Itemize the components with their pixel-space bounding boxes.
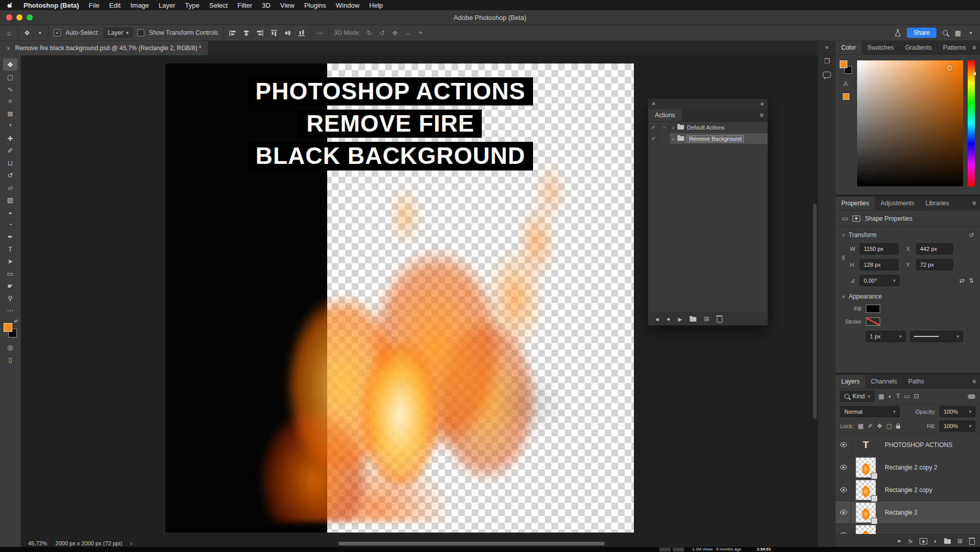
hue-slider-marker[interactable] bbox=[973, 72, 976, 76]
more-align-options-icon[interactable]: ⋯ bbox=[316, 29, 324, 37]
stroke-color-swatch[interactable] bbox=[866, 317, 880, 326]
transform-section-title[interactable]: ∨ Transform ↺ bbox=[842, 231, 974, 239]
close-window-button[interactable] bbox=[6, 14, 12, 20]
layer-visibility-toggle[interactable] bbox=[836, 434, 851, 456]
workspace-grid-icon[interactable]: ▦ bbox=[954, 29, 962, 37]
auto-select-dropdown[interactable]: Layer ▾ bbox=[103, 28, 133, 38]
apple-menu-icon[interactable] bbox=[7, 2, 14, 9]
play-action-icon[interactable]: ▶ bbox=[678, 316, 682, 322]
comments-panel-icon[interactable] bbox=[823, 72, 831, 78]
crop-tool[interactable]: ⌗ bbox=[3, 95, 17, 108]
marquee-tool[interactable]: ▢ bbox=[3, 71, 17, 83]
zoom-level[interactable]: 45,72% bbox=[28, 540, 47, 546]
panel-menu-icon[interactable]: ≡ bbox=[760, 112, 768, 119]
align-top-icon[interactable] bbox=[271, 28, 278, 37]
begin-recording-icon[interactable]: ● bbox=[667, 315, 670, 323]
flip-horizontal-icon[interactable]: ⇄ bbox=[960, 277, 965, 284]
search-icon[interactable] bbox=[941, 30, 949, 35]
3d-slide-icon[interactable]: ↔ bbox=[403, 29, 412, 37]
zoom-window-button[interactable] bbox=[27, 14, 33, 20]
tool-preset-chevron-icon[interactable]: ▾ bbox=[36, 30, 44, 35]
stroke-style-dropdown[interactable]: ▾ bbox=[910, 331, 963, 342]
layer-name[interactable]: Rectangle 2 bbox=[885, 509, 918, 516]
filter-type-layers-icon[interactable]: T bbox=[896, 393, 900, 400]
close-tab-icon[interactable]: × bbox=[7, 45, 11, 52]
new-layer-icon[interactable]: ⊞ bbox=[957, 538, 963, 545]
lock-artboard-icon[interactable]: ▢ bbox=[886, 422, 892, 430]
delete-layer-icon[interactable] bbox=[969, 539, 975, 545]
layer-thumbnail[interactable]: T bbox=[851, 434, 880, 456]
shape-tool[interactable]: ▭ bbox=[3, 267, 17, 280]
status-expand-icon[interactable]: › bbox=[131, 540, 133, 546]
lock-position-icon[interactable]: ✥ bbox=[877, 422, 882, 430]
filter-adjustment-layers-icon[interactable]: ◐ bbox=[888, 393, 892, 400]
auto-select-checkbox[interactable]: ✓ bbox=[54, 29, 61, 36]
align-left-icon[interactable] bbox=[228, 30, 237, 36]
blur-tool[interactable]: ◒ bbox=[3, 206, 17, 218]
panel-menu-icon[interactable]: ≡ bbox=[972, 375, 980, 388]
align-middle-vertical-icon[interactable] bbox=[285, 28, 291, 37]
current-tool-icon[interactable]: ✥ bbox=[23, 29, 31, 37]
gradient-tool[interactable]: ▧ bbox=[3, 194, 17, 206]
menu-filter[interactable]: Filter bbox=[238, 2, 252, 9]
close-panel-icon[interactable]: × bbox=[652, 100, 655, 108]
layer-effects-icon[interactable]: fx bbox=[908, 538, 913, 544]
eraser-tool[interactable]: ▱ bbox=[3, 181, 17, 194]
y-input[interactable]: 72 px bbox=[916, 259, 953, 270]
eyedropper-tool[interactable]: ❛ bbox=[3, 120, 17, 132]
action-set-row[interactable]: ✓ ▫ › Default Actions bbox=[648, 122, 768, 133]
add-mask-icon[interactable] bbox=[920, 538, 927, 544]
align-bottom-icon[interactable] bbox=[299, 28, 305, 37]
new-group-icon[interactable] bbox=[944, 539, 951, 544]
share-button[interactable]: Share bbox=[907, 28, 936, 38]
action-dialog-toggle[interactable]: ▫ bbox=[659, 122, 670, 133]
healing-brush-tool[interactable]: ✚ bbox=[3, 132, 17, 144]
saturation-brightness-field[interactable] bbox=[857, 60, 963, 186]
action-set-row-selected[interactable]: ✓ › Remove Background bbox=[648, 133, 768, 144]
lock-all-icon[interactable] bbox=[896, 426, 900, 429]
history-brush-tool[interactable]: ↺ bbox=[3, 169, 17, 181]
panel-menu-icon[interactable]: ≡ bbox=[972, 197, 980, 210]
filter-smart-objects-icon[interactable]: ⊡ bbox=[914, 393, 919, 400]
action-set-name[interactable]: Remove Background bbox=[687, 136, 744, 142]
collapse-caret-icon[interactable]: ∨ bbox=[842, 232, 845, 238]
zoom-tool[interactable]: ⚲ bbox=[3, 292, 17, 304]
lasso-tool[interactable]: ∿ bbox=[3, 83, 17, 95]
tab-adjustments[interactable]: Adjustments bbox=[875, 197, 920, 210]
tab-properties[interactable]: Properties bbox=[836, 197, 875, 210]
menu-select[interactable]: Select bbox=[209, 2, 228, 9]
menu-image[interactable]: Image bbox=[131, 2, 149, 9]
menubar-app-name[interactable]: Photoshop (Beta) bbox=[24, 2, 79, 9]
move-tool[interactable]: ✥ bbox=[3, 58, 17, 71]
height-input[interactable]: 128 px bbox=[860, 259, 899, 270]
tab-libraries[interactable]: Libraries bbox=[920, 197, 955, 210]
3d-roll-icon[interactable]: ↺ bbox=[378, 29, 386, 37]
action-enabled-checkbox[interactable]: ✓ bbox=[648, 122, 659, 133]
x-input[interactable]: 442 px bbox=[916, 243, 953, 254]
new-action-icon[interactable]: ⊞ bbox=[704, 315, 709, 323]
gamut-color-swatch[interactable] bbox=[843, 93, 849, 100]
brush-tool[interactable]: ✐ bbox=[3, 144, 17, 157]
width-input[interactable]: 1150 px bbox=[860, 243, 899, 254]
filter-kind-dropdown[interactable]: Kind ▾ bbox=[840, 391, 875, 402]
layer-name[interactable]: PHOTOSHOP ACTIONS bbox=[885, 441, 952, 449]
adjustment-layer-icon[interactable]: ◐ bbox=[934, 538, 938, 545]
rotation-input[interactable]: 0,00° ▾ bbox=[860, 275, 900, 286]
layer-thumbnail[interactable] bbox=[856, 480, 876, 500]
expand-set-icon[interactable]: › bbox=[672, 136, 674, 142]
stop-playing-icon[interactable]: ■ bbox=[656, 316, 659, 322]
blend-mode-dropdown[interactable]: Normal ▾ bbox=[840, 406, 900, 417]
path-selection-tool[interactable]: ➤ bbox=[3, 255, 17, 267]
layer-name[interactable]: Rectangle 2 copy bbox=[885, 486, 932, 494]
menu-layer[interactable]: Layer bbox=[159, 2, 176, 9]
menu-help[interactable]: Help bbox=[369, 2, 383, 9]
expand-set-icon[interactable]: › bbox=[672, 124, 674, 131]
panel-menu-icon[interactable]: ≡ bbox=[972, 41, 980, 54]
layer-row-selected[interactable]: Rectangle 2 bbox=[836, 501, 980, 524]
dodge-tool[interactable]: ◔ bbox=[3, 218, 17, 230]
document-canvas[interactable]: PHOTOSHOP ACTIONS REMOVE FIRE BLACK BACK… bbox=[165, 63, 634, 533]
workspace-chevron-icon[interactable]: ▾ bbox=[967, 30, 975, 35]
tab-paths[interactable]: Paths bbox=[903, 375, 930, 388]
stroke-width-dropdown[interactable]: 1 px ▾ bbox=[866, 331, 906, 342]
type-tool[interactable]: T bbox=[3, 243, 17, 255]
